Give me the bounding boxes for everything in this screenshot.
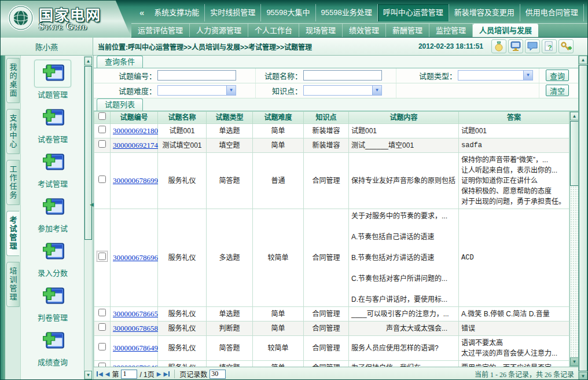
sidebar-scrollbar[interactable]: ▲ ▼: [84, 56, 93, 380]
question-type-label: 试题类型：: [396, 70, 457, 81]
row-checkbox[interactable]: [98, 140, 106, 148]
nav-item-new-install-change[interactable]: 新装增容及变更用: [449, 4, 520, 21]
tab-question-list[interactable]: 试题列表: [97, 98, 143, 111]
key-add-icon[interactable]: [558, 39, 574, 53]
page-scrollbar[interactable]: ▲ ▼: [578, 56, 587, 380]
sidebar-item-score-entry[interactable]: 录入分数: [22, 235, 83, 280]
chevron-down-icon: ▼: [372, 86, 381, 95]
nav-item-95598-central[interactable]: 95598大集中: [261, 4, 315, 21]
nav-item-95598-business[interactable]: 95598业务处理: [316, 4, 378, 21]
scroll-down-icon[interactable]: ▼: [84, 371, 92, 379]
question-id-link[interactable]: 300000678696: [113, 253, 158, 262]
chat-icon[interactable]: [525, 39, 540, 53]
sidebar-item-paper-mgmt[interactable]: 试卷管理: [22, 101, 83, 146]
question-id-link[interactable]: 300000678699: [113, 176, 158, 185]
svg-text:?: ?: [548, 44, 552, 51]
difficulty-select[interactable]: ▼: [157, 85, 236, 96]
first-page-button[interactable]: ◀: [97, 371, 103, 377]
nav-item-supply-contract[interactable]: 供用电合同管理: [520, 4, 584, 21]
scrollbar-thumb[interactable]: [84, 66, 92, 240]
question-name-input[interactable]: [303, 70, 382, 81]
sidebar-tab-exam-mgmt[interactable]: 考试管理: [6, 211, 20, 256]
window-plus-icon: [34, 104, 71, 132]
question-id-link[interactable]: 300000692180: [113, 126, 158, 135]
last-page-button[interactable]: ▶: [163, 371, 170, 377]
row-checkbox[interactable]: [98, 176, 106, 183]
row-checkbox[interactable]: [98, 126, 106, 133]
scroll-up-icon[interactable]: ▲: [84, 57, 92, 65]
sidebar-tab-support-center[interactable]: 支持中心: [6, 109, 20, 154]
chevron-down-icon: ▼: [226, 86, 236, 95]
help-doc-icon[interactable]: ?: [542, 39, 557, 53]
question-id-link[interactable]: 300000678646: [113, 363, 158, 367]
tab-query-conditions[interactable]: 查询条件: [97, 56, 143, 68]
nav-item-call-center-ops[interactable]: 呼叫中心运营管理: [378, 4, 449, 21]
nav-item-personal-workspace[interactable]: 个人工作台: [248, 24, 299, 37]
table-row: 300000678658 服务礼仪 判断题 简单 合同管理 声音太大或太强会..…: [94, 321, 569, 335]
prev-page-button[interactable]: ◀: [105, 371, 110, 377]
sidebar-tabs: 我的桌面 支持中心 工作任务 考试管理 培训管理: [5, 56, 20, 380]
sidebar-collapse-handle[interactable]: ◀: [90, 202, 94, 207]
table-row: 300000678696 服务礼仪 多选题 较简单 合同管理 关于对服务中的节奏…: [94, 209, 569, 306]
logo-subtitle: State Grid: [39, 23, 101, 31]
sidebar-tab-my-desktop[interactable]: 我的桌面: [6, 58, 20, 103]
page-prefix-label: 第: [112, 369, 119, 379]
breadcrumb-bar: 陈小燕 当前位置:呼叫中心运营管理>>人员培训与发展>>考试管理>>试题管理 2…: [1, 38, 587, 56]
nav-item-training-dev[interactable]: 人员培训与发展: [473, 24, 538, 37]
row-checkbox[interactable]: [98, 363, 106, 367]
question-no-label: 试题编号：: [94, 70, 156, 81]
row-checkbox[interactable]: [98, 253, 106, 260]
scroll-up-icon[interactable]: ▲: [579, 56, 587, 64]
logo-title: 国家电网: [39, 8, 101, 23]
scroll-down-icon[interactable]: ▼: [570, 357, 579, 366]
sidebar-item-score-query[interactable]: 成绩查询: [22, 324, 83, 369]
window-plus-icon: [34, 149, 71, 177]
search-button[interactable]: 查询: [546, 70, 569, 81]
scroll-up-icon[interactable]: ▲: [570, 112, 579, 120]
record-summary: 当前 1 - 26 条记录，共 26 条记录: [475, 369, 576, 379]
page-size-label: 页记录数: [179, 369, 207, 379]
question-no-input[interactable]: [157, 70, 236, 81]
sidebar: 我的桌面 支持中心 工作任务 考试管理 培训管理 试题管理 试卷管理 考试管理: [1, 56, 93, 380]
nav-item-performance-mgmt[interactable]: 绩效管理: [343, 24, 386, 37]
nav-item-monitoring-mgmt[interactable]: 监控管理: [429, 24, 473, 37]
window-plus-icon: [34, 193, 71, 221]
sidebar-item-question-mgmt[interactable]: 试题管理: [22, 57, 83, 101]
question-id-link[interactable]: 300000678649: [113, 344, 158, 352]
nav-item-hr-mgmt[interactable]: 人力资源管理: [190, 24, 248, 37]
sidebar-tab-work-tasks[interactable]: 工作任务: [6, 160, 20, 205]
question-type-select[interactable]: ▼: [458, 70, 533, 81]
scrollbar-thumb[interactable]: [579, 65, 587, 371]
page-size-input[interactable]: [210, 370, 226, 379]
question-id-link[interactable]: 300000692174: [113, 141, 158, 149]
select-all-checkbox[interactable]: [98, 112, 106, 120]
row-checkbox[interactable]: [98, 309, 106, 316]
nav-item-salary-mgmt[interactable]: 薪酬管理: [386, 24, 429, 37]
question-id-link[interactable]: 300000678665: [113, 309, 158, 318]
sidebar-item-grading-mgmt[interactable]: 判卷管理: [22, 280, 83, 324]
monitor-icon[interactable]: [508, 39, 523, 53]
nav-item-operation-eval[interactable]: 运营评估管理: [131, 24, 190, 37]
nav-scroll-right-icon[interactable]: »: [584, 4, 588, 21]
sidebar-item-take-exam[interactable]: 参加考试: [22, 191, 83, 235]
next-page-button[interactable]: ▶: [157, 371, 161, 377]
row-checkbox[interactable]: [98, 323, 106, 331]
scrollbar-thumb[interactable]: [570, 121, 579, 186]
medal-icon[interactable]: [491, 39, 506, 53]
window-plus-icon: [34, 283, 71, 310]
page-number-input[interactable]: [121, 370, 137, 379]
question-name-label: 试题名称：: [256, 70, 302, 81]
knowledge-point-select[interactable]: ▼: [303, 85, 382, 96]
nav-item-line-loss[interactable]: 实时线损管理: [205, 4, 261, 21]
clear-button[interactable]: 清空: [546, 85, 569, 96]
nav-item-system-support[interactable]: 系统支撑功能: [149, 4, 205, 21]
sidebar-tab-training-mgmt[interactable]: 培训管理: [6, 262, 20, 307]
pagination-bar: ◀ ◀ 第 / 1页 ▶ ▶ 页记录数 当前 1 - 26 条记录，共 26 条…: [94, 367, 579, 380]
app-window: 国家电网 State Grid « 系统支撑功能 实时线损管理 95598大集中…: [0, 0, 588, 380]
row-checkbox[interactable]: [98, 343, 106, 350]
nav-item-onsite-mgmt[interactable]: 现场管理: [299, 24, 343, 37]
nav-scroll-left-icon[interactable]: «: [135, 4, 149, 21]
sidebar-item-exam-mgmt[interactable]: 考试管理: [22, 146, 83, 191]
question-id-link[interactable]: 300000678658: [113, 324, 158, 332]
scroll-down-icon[interactable]: ▼: [579, 372, 587, 380]
